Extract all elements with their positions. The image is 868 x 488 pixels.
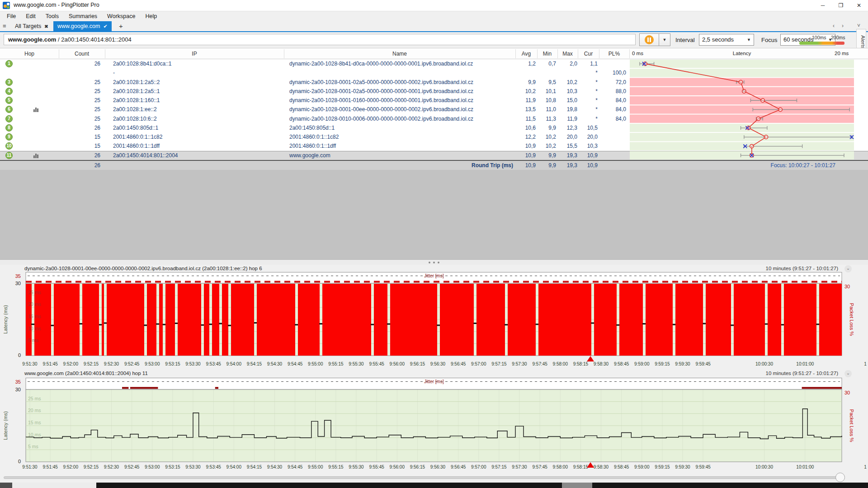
timeline-graph-hop6[interactable]: dynamic-2a00-1028-0001-00ee-0000-0000-00… — [0, 265, 868, 370]
pause-button[interactable] — [639, 33, 659, 46]
svg-text:20 ms: 20 ms — [28, 301, 41, 307]
interval-select[interactable]: 2,5 seconds▼ — [699, 34, 754, 46]
column-header-name[interactable]: Name — [284, 51, 515, 57]
column-divider — [599, 49, 599, 58]
column-header-max[interactable]: Max — [557, 51, 578, 57]
menu-item-help[interactable]: Help — [140, 13, 162, 19]
cell-pl: 100,0 — [599, 70, 626, 76]
tab-list-icon[interactable]: ˅ — [857, 23, 860, 29]
cell-min: 9,5 — [537, 79, 556, 85]
table-row-hop-10[interactable]: 10 15 2001:4860:0:1::1dff 2001:4860:0:1:… — [0, 141, 868, 150]
menu-item-file[interactable]: File — [2, 13, 21, 19]
svg-text:9:53:30: 9:53:30 — [185, 361, 201, 366]
svg-text:9:54:00: 9:54:00 — [226, 361, 242, 366]
tab-check-icon: ✔ — [104, 23, 108, 29]
column-header-plpct[interactable]: PL% — [599, 51, 629, 57]
minimize-button[interactable]: ─ — [814, 0, 832, 11]
cell-max: 19,3 — [557, 152, 577, 159]
menu-item-tools[interactable]: Tools — [41, 13, 64, 19]
svg-text:9:52:45: 9:52:45 — [124, 361, 140, 366]
table-row-hop-3[interactable]: 3 25 2a00:1028:1:2a5::2 dynamic-2a00-102… — [0, 78, 868, 87]
table-row-hop-7[interactable]: 7 25 2a00:1028:10:6::2 dynamic-2a00-1028… — [0, 114, 868, 123]
timeline-plot[interactable]: Jitter [ms]3525 ms20 ms15 ms10 ms5 ms300… — [0, 272, 868, 370]
tab-scroll-right-icon[interactable]: › — [842, 23, 844, 29]
table-row-hop-unknown[interactable]: - * 100,0 — [0, 68, 868, 77]
menu-item-workspace[interactable]: Workspace — [102, 13, 140, 19]
round-trip-avg: 10,9 — [515, 162, 536, 169]
column-header-ip[interactable]: IP — [105, 51, 284, 57]
maximize-button[interactable]: ❐ — [832, 0, 850, 11]
collapse-graph-icon[interactable]: ⌄ — [844, 265, 852, 272]
table-row-hop-4[interactable]: 4 25 2a00:1028:1:2a5::1 dynamic-2a00-102… — [0, 87, 868, 96]
cell-ip: 2a00:1028:1:160::1 — [113, 97, 160, 103]
svg-text:9:53:15: 9:53:15 — [165, 465, 180, 469]
hamburger-icon[interactable]: ≡ — [3, 23, 6, 29]
cell-min: 0,7 — [537, 61, 556, 67]
menu-item-edit[interactable]: Edit — [21, 13, 41, 19]
close-button[interactable]: ✕ — [850, 0, 868, 11]
column-header-count[interactable]: Count — [59, 51, 105, 57]
cell-pl: 84,0 — [599, 116, 626, 122]
round-trip-cur: 10,9 — [578, 162, 598, 169]
svg-text:9:57:45: 9:57:45 — [533, 361, 548, 366]
title-bar: www.google.com - PingPlotter Pro ─ ❐ ✕ — [0, 0, 868, 11]
table-row-hop-11[interactable]: 11 26 2a00:1450:4014:801::2004 www.googl… — [0, 151, 868, 160]
cell-min: 9,9 — [537, 152, 556, 159]
round-trip-row: 26 Round Trip (ms) 10,9 9,9 19,3 10,9 Fo… — [0, 160, 868, 170]
svg-text:9:55:30: 9:55:30 — [349, 465, 364, 469]
svg-text:9:52:30: 9:52:30 — [104, 361, 119, 366]
chevron-down-icon: ▼ — [747, 34, 751, 45]
hop-badge: 5 — [5, 97, 13, 104]
svg-text:9:54:45: 9:54:45 — [288, 465, 303, 469]
cell-ip: - — [113, 70, 115, 76]
svg-text:20 ms: 20 ms — [28, 408, 41, 413]
new-tab-button[interactable]: + — [119, 22, 123, 30]
pause-dropdown-button[interactable]: ▼ — [659, 33, 670, 46]
table-row-hop-9[interactable]: 9 15 2001:4860:0:1::1c82 2001:4860:0:1::… — [0, 132, 868, 141]
svg-text:9:56:15: 9:56:15 — [410, 465, 425, 469]
time-scrollbar-track[interactable] — [4, 476, 843, 479]
table-row-hop-8[interactable]: 8 26 2a00:1450:805d::1 2a00:1450:805d::1… — [0, 123, 868, 132]
collapse-graph-icon[interactable]: ⌄ — [844, 370, 852, 377]
target-host: www.google.com — [8, 36, 56, 43]
tab-www-google-com[interactable]: www.google.com ✔ — [53, 21, 112, 31]
svg-text:9:57:15: 9:57:15 — [491, 361, 507, 366]
column-header-cur[interactable]: Cur — [578, 51, 599, 57]
table-row-hop-5[interactable]: 5 25 2a00:1028:1:160::1 dynamic-2a00-102… — [0, 96, 868, 105]
taskbar-segment — [0, 483, 12, 488]
table-row-hop-1[interactable]: 1 26 2a00:1028:8b41:d0ca::1 dynamic-2a00… — [0, 59, 868, 68]
timeline-plot[interactable]: Jitter [ms]3525 ms20 ms15 ms10 ms5 ms300… — [0, 378, 868, 473]
focus-range-text: Focus: 10:00:27 - 10:01:27 — [741, 162, 852, 169]
column-header-avg[interactable]: Avg — [515, 51, 537, 57]
cell-avg: 10,6 — [515, 125, 536, 131]
cell-ip: 2a00:1450:4014:801::2004 — [113, 152, 178, 159]
svg-text:9:59:15: 9:59:15 — [655, 361, 670, 366]
tab-scroll-left-icon[interactable]: ‹ — [833, 23, 835, 29]
timeline-graph-hop11[interactable]: www.google.com (2a00:1450:4014:801::2004… — [0, 370, 868, 473]
column-header-hop[interactable]: Hop — [0, 51, 59, 57]
cell-min: 11,3 — [537, 116, 556, 122]
svg-text:9:52:30: 9:52:30 — [104, 465, 119, 469]
cell-name: dynamic-2a00-1028-0001-00ee-0000-0000-00… — [289, 106, 473, 113]
cell-name: dynamic-2a00-1028-8b41-d0ca-0000-0000-00… — [289, 61, 473, 67]
svg-text:9:59:00: 9:59:00 — [634, 465, 650, 469]
column-header-min[interactable]: Min — [537, 51, 557, 57]
cell-cur: 10,9 — [578, 152, 598, 159]
menu-item-summaries[interactable]: Summaries — [64, 13, 102, 19]
cell-avg: 10,9 — [515, 152, 536, 159]
svg-text:9:56:30: 9:56:30 — [430, 465, 446, 469]
column-divider — [537, 49, 538, 58]
cell-count: 26 — [59, 152, 100, 159]
tab-close-icon[interactable]: ✖ — [44, 24, 48, 29]
time-scrollbar-handle[interactable] — [835, 473, 845, 482]
timeline-open-icon — [33, 107, 40, 112]
cell-cur: * — [578, 70, 598, 76]
tab-all-targets[interactable]: All Targets ✖ — [11, 21, 52, 31]
target-summary-field[interactable]: www.google.com / 2a00:1450:4014:801::200… — [4, 34, 636, 45]
table-row-hop-6[interactable]: 6 25 2a00:1028:1:ee::2 dynamic-2a00-1028… — [0, 105, 868, 114]
hop-badge: 3 — [5, 79, 13, 86]
cell-max: 19,8 — [557, 106, 577, 113]
empty-trace-area — [0, 170, 868, 259]
toolbar: www.google.com / 2a00:1450:4014:801::200… — [0, 32, 868, 48]
cell-cur: 10,3 — [578, 143, 598, 149]
